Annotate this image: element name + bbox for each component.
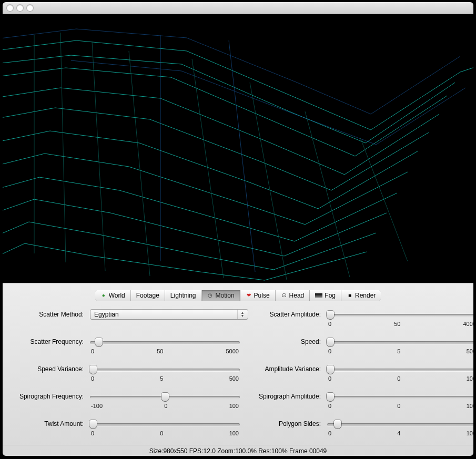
tick-label: 0: [91, 430, 94, 436]
tick-label: 500: [467, 348, 473, 354]
tick-label: 0: [328, 321, 331, 327]
select-value: Egyptian: [94, 311, 119, 318]
tab-label: Footage: [136, 292, 159, 299]
tab-head[interactable]: ᗣ Head: [276, 290, 310, 301]
polygon-sides-slider[interactable]: [327, 420, 473, 429]
minimize-button[interactable]: [17, 5, 23, 11]
tick-label: 100: [467, 403, 473, 409]
spirograph-frequency-label: Spirograph Frequency:: [7, 391, 86, 400]
tick-label: 0: [328, 348, 331, 354]
tick-label: 0: [328, 403, 331, 409]
tick-label: 500: [229, 375, 239, 382]
clock-icon: ◷: [207, 292, 214, 299]
tick-label: 0: [328, 375, 331, 382]
globe-icon: ●: [100, 292, 107, 299]
tick-label: 0: [91, 375, 94, 382]
tab-label: World: [109, 292, 125, 299]
speed-slider[interactable]: [327, 338, 473, 347]
tick-label: 5000: [226, 348, 239, 354]
spirograph-frequency-slider[interactable]: [90, 392, 240, 402]
speed-label: Speed:: [244, 336, 323, 345]
tick-label: 0: [160, 430, 163, 436]
person-icon: ᗣ: [281, 292, 287, 299]
tick-label: 50: [157, 348, 163, 354]
titlebar[interactable]: [3, 2, 473, 14]
parameters-grid: Scatter Method: Egyptian ▲▼ Scatter Ampl…: [3, 304, 473, 445]
twist-amount-label: Twist Amount:: [7, 419, 86, 427]
tab-world[interactable]: ● World: [95, 290, 131, 301]
spirograph-amplitude-label: Spirograph Amplitude:: [244, 391, 323, 400]
speed-variance-slider[interactable]: [90, 365, 240, 374]
tick-label: 0: [397, 375, 400, 382]
tab-label: Lightning: [170, 292, 196, 299]
tab-label: Motion: [216, 292, 235, 299]
tick-label: 5: [397, 348, 400, 354]
tick-label: 0: [164, 403, 167, 409]
status-text: Size:980x550 FPS:12.0 Zoom:100.0% Res:10…: [149, 447, 327, 455]
twist-amount-slider[interactable]: [90, 420, 240, 429]
tab-label: Head: [289, 292, 305, 299]
tick-label: 5: [160, 375, 163, 382]
tab-label: Fog: [325, 292, 336, 299]
viewport[interactable]: [3, 14, 473, 283]
amplitude-variance-label: Amplitude Variance:: [244, 364, 323, 373]
speed-variance-label: Speed Variance:: [7, 364, 86, 373]
spirograph-amplitude-slider[interactable]: [327, 392, 473, 402]
camera-icon: ■: [347, 292, 353, 299]
tick-label: 100: [229, 403, 239, 409]
scatter-method-label: Scatter Method:: [7, 309, 86, 318]
tab-label: Render: [355, 292, 376, 299]
chevron-updown-icon: ▲▼: [237, 310, 247, 319]
tab-label: Pulse: [254, 292, 270, 299]
scatter-amplitude-label: Scatter Amplitude:: [244, 309, 323, 318]
tab-fog[interactable]: Fog: [310, 290, 341, 301]
tick-label: 0: [397, 403, 400, 409]
tab-group: ● World Footage Lightning ◷ Motion ❤ Pul…: [95, 290, 381, 301]
close-button[interactable]: [7, 5, 13, 11]
scatter-frequency-slider[interactable]: [90, 338, 240, 347]
tab-footage[interactable]: Footage: [131, 290, 165, 301]
fog-icon: [315, 293, 322, 298]
tick-label: 100: [467, 375, 473, 382]
tick-label: -100: [91, 403, 103, 409]
tick-label: 100: [467, 430, 473, 436]
status-bar: Size:980x550 FPS:12.0 Zoom:100.0% Res:10…: [3, 445, 473, 456]
tick-label: 4000: [463, 321, 474, 327]
zoom-button[interactable]: [27, 5, 33, 11]
tick-label: 0: [91, 348, 94, 354]
controls-panel: ● World Footage Lightning ◷ Motion ❤ Pul…: [3, 283, 473, 456]
tab-motion[interactable]: ◷ Motion: [202, 290, 240, 301]
pulse-icon: ❤: [246, 292, 252, 299]
scatter-amplitude-slider[interactable]: [327, 310, 473, 320]
app-window: ● World Footage Lightning ◷ Motion ❤ Pul…: [3, 2, 473, 456]
tab-render[interactable]: ■ Render: [341, 290, 381, 301]
scatter-frequency-label: Scatter Frequency:: [7, 336, 86, 345]
render-preview: [3, 14, 473, 283]
tick-label: 4: [397, 430, 400, 436]
tick-label: 100: [229, 430, 239, 436]
amplitude-variance-slider[interactable]: [327, 365, 473, 374]
scatter-method-select[interactable]: Egyptian ▲▼: [90, 309, 248, 320]
tab-strip: ● World Footage Lightning ◷ Motion ❤ Pul…: [3, 283, 473, 304]
tick-label: 0: [328, 430, 331, 436]
tab-pulse[interactable]: ❤ Pulse: [240, 290, 276, 301]
tab-lightning[interactable]: Lightning: [165, 290, 202, 301]
tick-label: 50: [394, 321, 400, 327]
polygon-sides-label: Polygon Sides:: [244, 419, 323, 427]
